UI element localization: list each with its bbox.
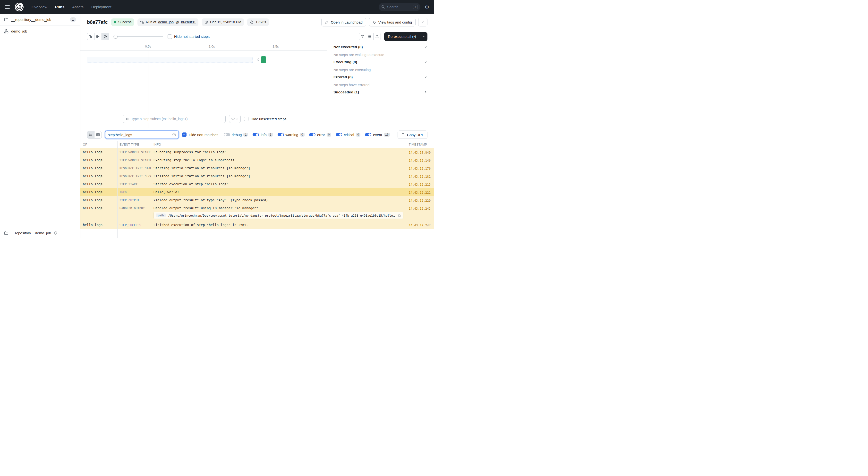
level-toggle-warning[interactable]: warning 0 xyxy=(278,133,305,137)
log-info: Executing step "hello_logs" in subproces… xyxy=(151,156,406,164)
gantt-extra-actions-segmented xyxy=(359,33,381,40)
log-timestamp[interactable]: 14:43:12.243 xyxy=(406,204,434,210)
log-filter-input[interactable] xyxy=(108,133,170,137)
settings-gear-button[interactable]: ⚙ xyxy=(425,5,429,9)
log-row[interactable]: hello_logs STEP_WORKER_STARTED Executing… xyxy=(81,156,434,164)
level-count-badge: 0 xyxy=(300,133,305,137)
log-timestamp[interactable]: 14:43:12.229 xyxy=(406,196,434,202)
slider-knob[interactable] xyxy=(114,35,118,39)
hide-not-started-checkbox[interactable] xyxy=(167,34,172,39)
view-tags-config-button[interactable]: View tags and config xyxy=(369,18,415,27)
section-executing[interactable]: Executing (0) xyxy=(327,58,434,66)
section-succeeded[interactable]: Succeeded (1) xyxy=(327,88,434,96)
reexecute-dropdown-button[interactable] xyxy=(420,32,428,41)
hide-unselected-checkbox[interactable] xyxy=(244,117,248,121)
gantt-export-button[interactable] xyxy=(373,33,381,40)
toggle-switch-icon xyxy=(336,133,342,136)
sidebar-item-demo-job[interactable]: demo_job xyxy=(0,26,80,37)
copy-icon xyxy=(398,214,401,217)
log-row[interactable]: hello_logs HANDLED_OUTPUT Handled output… xyxy=(81,204,434,221)
job-link[interactable]: demo_job xyxy=(158,20,174,24)
gantt-zoom-slider[interactable] xyxy=(114,36,163,37)
column-header-op: OP xyxy=(81,143,117,146)
toggle-switch-icon xyxy=(309,133,315,136)
hide-non-matches-label[interactable]: Hide non-matches xyxy=(189,133,218,137)
sidebar-item-repository[interactable]: __repository__demo_job 1 xyxy=(0,14,80,26)
level-toggle-critical[interactable]: critical 0 xyxy=(336,133,361,137)
level-toggle-info[interactable]: info 1 xyxy=(253,133,273,137)
top-navbar: Overview Runs Assets Deployment Search..… xyxy=(0,0,434,14)
hide-non-matches-checkbox[interactable] xyxy=(182,132,187,137)
sidebar-bottom-repository[interactable]: __repository__demo_job xyxy=(0,228,80,238)
level-count-badge: 0 xyxy=(327,133,331,137)
column-header-event-type: EVENT TYPE xyxy=(117,143,151,146)
section-title: Succeeded (1) xyxy=(334,90,359,94)
log-row[interactable]: hello_logs RESOURCE_INIT_SUCC… Finished … xyxy=(81,172,434,180)
log-row[interactable]: hello_logs STEP_SUCCESS Finished executi… xyxy=(81,221,434,229)
section-not-executed[interactable]: Not executed (0) xyxy=(327,43,434,51)
copy-path-button[interactable] xyxy=(398,214,401,217)
level-toggle-debug[interactable]: debug 1 xyxy=(224,133,248,137)
log-timestamp[interactable]: 14:43:12.222 xyxy=(406,188,434,194)
snapshot-link[interactable]: b6eb0f91 xyxy=(181,20,196,24)
folder-icon xyxy=(4,18,8,22)
waterfall-view-icon xyxy=(96,35,100,38)
global-search-input[interactable]: Search... / xyxy=(379,3,421,11)
nav-item-deployment[interactable]: Deployment xyxy=(91,5,112,9)
gantt-filter-button[interactable] xyxy=(359,33,366,40)
nav-item-overview[interactable]: Overview xyxy=(32,5,48,9)
log-timestamp[interactable]: 14:43:12.181 xyxy=(406,172,434,178)
log-view-structured-button[interactable] xyxy=(94,131,102,139)
gantt-view-waterfall-button[interactable] xyxy=(94,33,102,40)
log-row[interactable]: hello_logs STEP_WORKER_STARTI… Launching… xyxy=(81,148,434,156)
section-not-executed-body: No steps are waiting to execute xyxy=(327,51,434,58)
run-actions-dropdown-button[interactable] xyxy=(418,18,428,27)
clipboard-icon xyxy=(401,133,405,137)
log-view-stream-button[interactable] xyxy=(87,131,94,139)
clear-filter-button[interactable] xyxy=(172,133,176,137)
hide-not-started-group: Hide not started steps xyxy=(167,34,210,39)
toggle-switch-icon xyxy=(253,133,259,136)
log-row[interactable]: hello_logs STEP_START Started execution … xyxy=(81,180,434,188)
stopwatch-icon xyxy=(103,35,107,38)
log-row[interactable]: hello_logs STEP_OUTPUT Yielded output "r… xyxy=(81,196,434,204)
log-info: Handled output "result" using IO manager… xyxy=(151,204,406,221)
log-toolbar: Hide non-matches debug 1 info 1 warning … xyxy=(81,128,434,141)
gantt-view-timed-button[interactable] xyxy=(101,33,109,40)
status-label: Success xyxy=(118,20,132,24)
log-timestamp[interactable]: 14:43:12.247 xyxy=(406,221,434,227)
level-toggle-error[interactable]: error 0 xyxy=(309,133,331,137)
nav-item-assets[interactable]: Assets xyxy=(72,5,84,9)
log-timestamp[interactable]: 14:43:12.146 xyxy=(406,156,434,162)
layers-icon xyxy=(231,117,235,121)
step-bar-hello-logs[interactable] xyxy=(261,56,266,63)
log-event-type: RESOURCE_INIT_SUCC… xyxy=(117,172,151,178)
hide-not-started-label[interactable]: Hide not started steps xyxy=(174,34,210,39)
chevron-down-icon xyxy=(422,35,425,38)
step-subset-input[interactable] xyxy=(131,117,223,121)
log-row[interactable]: hello_logs INFO Hello, world! 14:43:12.2… xyxy=(81,188,434,196)
gantt-rows-button[interactable] xyxy=(366,33,374,40)
reexecute-all-button[interactable]: Re-execute all (*) xyxy=(384,32,420,41)
level-count-badge: 0 xyxy=(356,133,361,137)
log-event-type: HANDLED_OUTPUT xyxy=(117,204,151,210)
open-in-launchpad-button[interactable]: Open in Launchpad xyxy=(321,18,366,27)
log-timestamp[interactable]: 14:43:10.849 xyxy=(406,148,434,154)
chevron-down-icon xyxy=(421,21,425,24)
section-errored[interactable]: Errored (0) xyxy=(327,73,434,81)
gantt-view-flat-button[interactable] xyxy=(87,33,94,40)
output-path-link[interactable]: /Users/erincochran/Desktop/asset_tutoria… xyxy=(168,214,395,217)
graph-query-toggle-button[interactable] xyxy=(229,115,241,123)
level-toggle-event[interactable]: event 16 xyxy=(365,133,390,137)
hamburger-menu-button[interactable] xyxy=(5,5,10,9)
step-waiting-region[interactable] xyxy=(87,57,253,63)
dagster-logo[interactable] xyxy=(14,2,24,12)
nav-item-runs[interactable]: Runs xyxy=(55,5,65,9)
navbar-right: Search... / ⚙ xyxy=(379,3,429,11)
log-timestamp[interactable]: 14:43:12.215 xyxy=(406,180,434,186)
copy-url-button[interactable]: Copy URL xyxy=(398,131,428,139)
log-row[interactable]: hello_logs RESOURCE_INIT_STAR… Starting … xyxy=(81,164,434,172)
hide-unselected-label[interactable]: Hide unselected steps xyxy=(251,117,286,121)
log-timestamp[interactable]: 14:43:12.176 xyxy=(406,164,434,170)
reload-repository-button[interactable] xyxy=(54,231,58,235)
